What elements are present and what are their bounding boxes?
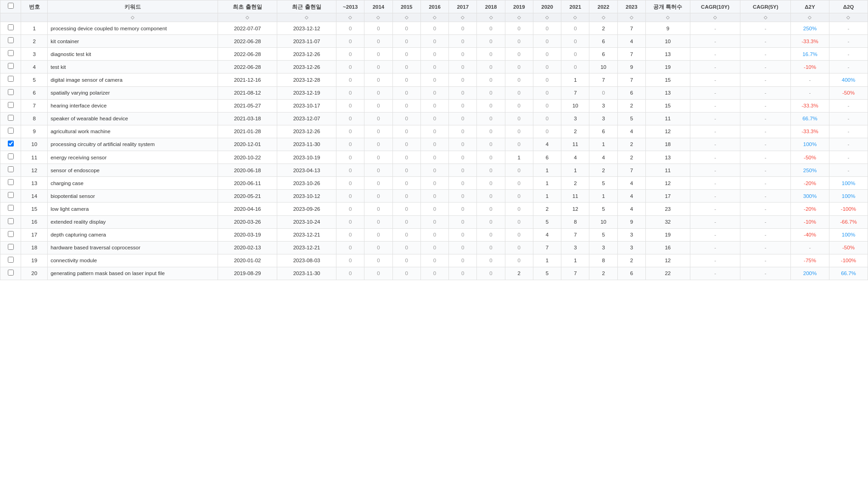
row-checkbox[interactable] — [8, 179, 14, 185]
row-y2013: 0 — [336, 86, 364, 99]
row-y2021: 0 — [561, 22, 589, 35]
header-y2023[interactable]: 2023 — [617, 0, 645, 13]
header-keyword[interactable]: 키워드 — [48, 0, 218, 13]
row-checkbox-cell[interactable] — [0, 164, 21, 177]
subheader-y2015[interactable]: ◇ — [392, 13, 420, 22]
subheader-y2020[interactable]: ◇ — [533, 13, 561, 22]
row-checkbox-cell[interactable] — [0, 22, 21, 35]
row-checkbox[interactable] — [8, 128, 14, 134]
subheader-y2016[interactable]: ◇ — [420, 13, 448, 22]
row-checkbox[interactable] — [8, 63, 14, 69]
row-checkbox[interactable] — [8, 231, 14, 237]
row-y2019: 0 — [505, 22, 533, 35]
row-checkbox[interactable] — [8, 244, 14, 250]
row-checkbox-cell[interactable] — [0, 241, 21, 254]
row-checkbox[interactable] — [8, 141, 14, 147]
header-delta2y[interactable]: Δ2Y — [791, 0, 829, 13]
row-checkbox-cell[interactable] — [0, 267, 21, 280]
subheader-delta2q[interactable]: ◇ — [829, 13, 868, 22]
subheader-keyword[interactable]: ◇ — [48, 13, 218, 22]
header-y2021[interactable]: 2021 — [561, 0, 589, 13]
row-y2017: 0 — [449, 112, 477, 125]
row-first-date: 2021-08-12 — [218, 86, 277, 99]
row-checkbox-cell[interactable] — [0, 151, 21, 164]
header-y2016[interactable]: 2016 — [420, 0, 448, 13]
row-y2015: 0 — [392, 99, 420, 112]
header-patent[interactable]: 공개 특허수 — [646, 0, 690, 13]
row-y2019: 0 — [505, 228, 533, 241]
header-y2015[interactable]: 2015 — [392, 0, 420, 13]
row-checkbox-cell[interactable] — [0, 177, 21, 190]
row-checkbox[interactable] — [8, 270, 14, 276]
row-checkbox[interactable] — [8, 102, 14, 108]
header-y2019[interactable]: 2019 — [505, 0, 533, 13]
table-row: 10processing circuitry of artificial rea… — [0, 138, 868, 151]
subheader-last-date[interactable]: ◇ — [277, 13, 336, 22]
row-checkbox[interactable] — [8, 24, 14, 30]
row-y2017: 0 — [449, 215, 477, 228]
header-cagr10[interactable]: CAGR(10Y) — [690, 0, 740, 13]
row-checkbox-cell[interactable] — [0, 138, 21, 151]
row-checkbox[interactable] — [8, 76, 14, 82]
subheader-first-date[interactable]: ◇ — [218, 13, 277, 22]
row-checkbox[interactable] — [8, 37, 14, 43]
header-cagr5[interactable]: CAGR(5Y) — [740, 0, 791, 13]
row-checkbox-cell[interactable] — [0, 73, 21, 86]
row-y2023: 6 — [617, 86, 645, 99]
row-checkbox[interactable] — [8, 192, 14, 198]
row-checkbox-cell[interactable] — [0, 61, 21, 73]
header-checkbox[interactable] — [0, 0, 21, 13]
row-checkbox-cell[interactable] — [0, 48, 21, 61]
row-checkbox-cell[interactable] — [0, 215, 21, 228]
row-checkbox-cell[interactable] — [0, 112, 21, 125]
row-checkbox[interactable] — [8, 115, 14, 121]
row-checkbox-cell[interactable] — [0, 254, 21, 267]
row-cagr5: - — [740, 254, 791, 267]
row-y2018: 0 — [477, 73, 505, 86]
subheader-y2021[interactable]: ◇ — [561, 13, 589, 22]
select-all-checkbox[interactable] — [8, 3, 14, 9]
header-y2022[interactable]: 2022 — [589, 0, 617, 13]
header-y2017[interactable]: 2017 — [449, 0, 477, 13]
subheader-y2023[interactable]: ◇ — [617, 13, 645, 22]
subheader-cagr10[interactable]: ◇ — [690, 13, 740, 22]
row-delta2q: 100% — [829, 228, 868, 241]
subheader-cagr5[interactable]: ◇ — [740, 13, 791, 22]
subheader-y2018[interactable]: ◇ — [477, 13, 505, 22]
row-y2013: 0 — [336, 22, 364, 35]
row-checkbox[interactable] — [8, 257, 14, 263]
subheader-delta2y[interactable]: ◇ — [791, 13, 829, 22]
row-checkbox-cell[interactable] — [0, 35, 21, 48]
row-checkbox[interactable] — [8, 89, 14, 95]
row-checkbox-cell[interactable] — [0, 190, 21, 203]
row-checkbox[interactable] — [8, 218, 14, 224]
header-y2018[interactable]: 2018 — [477, 0, 505, 13]
row-checkbox[interactable] — [8, 205, 14, 211]
header-y2014[interactable]: 2014 — [364, 0, 392, 13]
subheader-y2019[interactable]: ◇ — [505, 13, 533, 22]
row-checkbox[interactable] — [8, 166, 14, 172]
subheader-patent[interactable]: ◇ — [646, 13, 690, 22]
subheader-y2022[interactable]: ◇ — [589, 13, 617, 22]
row-y2016: 0 — [420, 99, 448, 112]
row-checkbox-cell[interactable] — [0, 86, 21, 99]
subheader-y2014[interactable]: ◇ — [364, 13, 392, 22]
row-y2018: 0 — [477, 151, 505, 164]
subheader-y2017[interactable]: ◇ — [449, 13, 477, 22]
row-checkbox-cell[interactable] — [0, 228, 21, 241]
row-checkbox[interactable] — [8, 50, 14, 56]
row-first-date: 2020-01-02 — [218, 254, 277, 267]
row-checkbox-cell[interactable] — [0, 125, 21, 138]
header-first-date[interactable]: 최초 출현일 — [218, 0, 277, 13]
header-num[interactable]: 번호 — [21, 0, 48, 13]
row-checkbox[interactable] — [8, 153, 14, 159]
row-checkbox-cell[interactable] — [0, 203, 21, 215]
subheader-y2013[interactable]: ◇ — [336, 13, 364, 22]
header-y2013[interactable]: ~2013 — [336, 0, 364, 13]
row-delta2y: -10% — [791, 215, 829, 228]
header-y2020[interactable]: 2020 — [533, 0, 561, 13]
table-row: 5digital image sensor of camera2021-12-1… — [0, 73, 868, 86]
header-last-date[interactable]: 최근 출현일 — [277, 0, 336, 13]
row-checkbox-cell[interactable] — [0, 99, 21, 112]
header-delta2q[interactable]: Δ2Q — [829, 0, 868, 13]
